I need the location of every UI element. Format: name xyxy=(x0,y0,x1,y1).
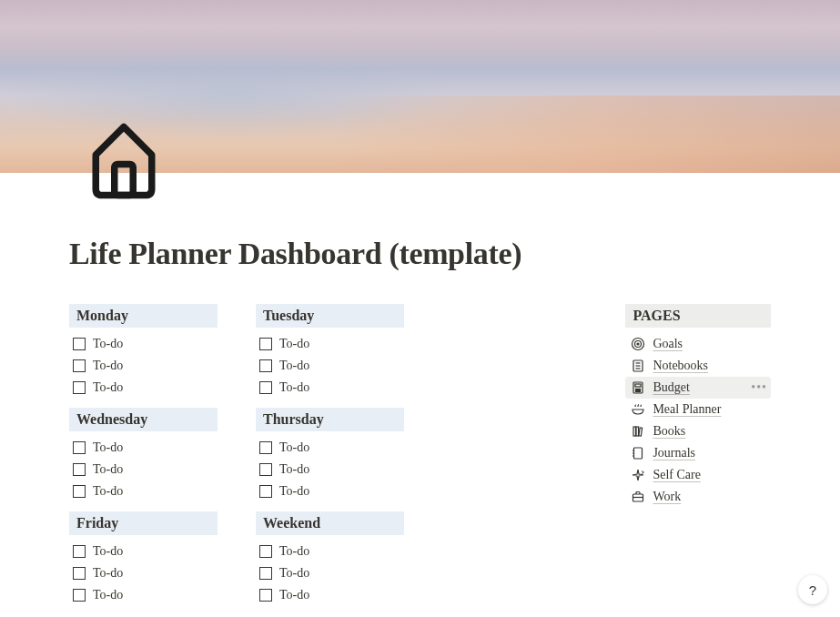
day-header[interactable]: Tuesday xyxy=(256,304,404,328)
page-link-budget[interactable]: Budget ••• xyxy=(625,377,771,399)
todo-label: To-do xyxy=(279,544,309,559)
day-header[interactable]: Wednesday xyxy=(69,408,218,431)
svg-rect-9 xyxy=(635,384,641,387)
checkbox-icon[interactable] xyxy=(259,338,272,350)
todo-label: To-do xyxy=(93,462,123,477)
checkbox-icon[interactable] xyxy=(73,359,86,372)
page-link-books[interactable]: Books xyxy=(625,420,771,442)
day-column-monday: Monday To-do To-do To-do xyxy=(69,304,218,399)
todo-label: To-do xyxy=(279,440,309,455)
svg-rect-18 xyxy=(639,428,643,436)
page-label: Budget xyxy=(653,380,689,395)
checkbox-icon[interactable] xyxy=(259,359,272,372)
checkbox-icon[interactable] xyxy=(259,381,272,394)
page-label: Work xyxy=(653,490,681,504)
todo-label: To-do xyxy=(279,484,309,499)
todo-label: To-do xyxy=(93,484,123,499)
day-column-tuesday: Tuesday To-do To-do To-do xyxy=(256,304,404,399)
page-link-notebooks[interactable]: Notebooks xyxy=(625,355,771,377)
checkbox-icon[interactable] xyxy=(259,485,272,498)
todo-label: To-do xyxy=(93,588,123,602)
todo-item[interactable]: To-do xyxy=(69,355,218,377)
bowl-icon xyxy=(631,402,645,417)
day-header[interactable]: Weekend xyxy=(256,511,404,535)
day-header[interactable]: Friday xyxy=(69,511,218,535)
page-label: Self Care xyxy=(653,468,700,482)
checkbox-icon[interactable] xyxy=(73,589,86,602)
help-label: ? xyxy=(809,582,816,598)
todo-item[interactable]: To-do xyxy=(256,377,404,399)
page-link-meal-planner[interactable]: Meal Planner xyxy=(625,399,771,420)
checkbox-icon[interactable] xyxy=(259,589,272,602)
day-header[interactable]: Thursday xyxy=(256,408,404,431)
page-home-icon[interactable] xyxy=(86,118,161,204)
todo-item[interactable]: To-do xyxy=(256,541,404,562)
todo-label: To-do xyxy=(279,588,309,602)
checkbox-icon[interactable] xyxy=(73,441,86,454)
todo-item[interactable]: To-do xyxy=(69,584,218,606)
todo-item[interactable]: To-do xyxy=(256,480,404,502)
todo-item[interactable]: To-do xyxy=(69,541,218,562)
todo-item[interactable]: To-do xyxy=(69,562,218,584)
pages-header[interactable]: PAGES xyxy=(625,304,771,328)
checkbox-icon[interactable] xyxy=(73,485,86,498)
notebook-icon xyxy=(631,359,645,373)
day-column-weekend: Weekend To-do To-do To-do xyxy=(256,511,404,606)
briefcase-icon xyxy=(631,490,645,504)
todo-label: To-do xyxy=(279,359,309,373)
more-icon[interactable]: ••• xyxy=(751,380,767,395)
page-link-self-care[interactable]: Self Care xyxy=(625,464,771,486)
svg-rect-16 xyxy=(633,427,636,436)
pages-column: PAGES Goals Notebooks Budget ••• Meal Pl… xyxy=(625,304,771,606)
checkbox-icon[interactable] xyxy=(73,381,86,394)
checkbox-icon[interactable] xyxy=(259,441,272,454)
page-link-journals[interactable]: Journals xyxy=(625,442,771,464)
todo-item[interactable]: To-do xyxy=(69,437,218,459)
day-column-friday: Friday To-do To-do To-do xyxy=(69,511,218,606)
svg-point-3 xyxy=(637,343,639,345)
day-column-wednesday: Wednesday To-do To-do To-do xyxy=(69,408,218,502)
todo-item[interactable]: To-do xyxy=(256,459,404,480)
target-icon xyxy=(631,337,645,351)
todo-item[interactable]: To-do xyxy=(69,377,218,399)
bookshelf-icon xyxy=(631,424,645,439)
page-label: Goals xyxy=(653,337,683,351)
svg-point-11 xyxy=(638,389,639,389)
page-link-work[interactable]: Work xyxy=(625,486,771,508)
checkbox-icon[interactable] xyxy=(259,463,272,476)
todo-label: To-do xyxy=(93,566,123,581)
checkbox-icon[interactable] xyxy=(73,463,86,476)
help-button[interactable]: ? xyxy=(798,575,827,604)
checkbox-icon[interactable] xyxy=(259,567,272,580)
svg-rect-0 xyxy=(115,164,134,195)
page-label: Books xyxy=(653,424,685,439)
page-label: Notebooks xyxy=(653,359,708,373)
checkbox-icon[interactable] xyxy=(73,545,86,558)
todo-item[interactable]: To-do xyxy=(256,584,404,606)
todo-label: To-do xyxy=(279,462,309,477)
todo-item[interactable]: To-do xyxy=(69,459,218,480)
svg-point-10 xyxy=(636,389,637,389)
todo-label: To-do xyxy=(279,380,309,395)
todo-label: To-do xyxy=(93,337,123,351)
todo-item[interactable]: To-do xyxy=(256,355,404,377)
checkbox-icon[interactable] xyxy=(73,567,86,580)
svg-point-15 xyxy=(640,390,641,391)
todo-item[interactable]: To-do xyxy=(69,333,218,355)
todo-item[interactable]: To-do xyxy=(256,333,404,355)
journal-icon xyxy=(631,446,645,460)
checkbox-icon[interactable] xyxy=(259,545,272,558)
todo-item[interactable]: To-do xyxy=(69,480,218,502)
page-link-goals[interactable]: Goals xyxy=(625,333,771,355)
todo-item[interactable]: To-do xyxy=(256,437,404,459)
day-header[interactable]: Monday xyxy=(69,304,218,328)
todo-label: To-do xyxy=(93,544,123,559)
svg-point-12 xyxy=(640,389,641,389)
page-title[interactable]: Life Planner Dashboard (template) xyxy=(69,237,771,271)
todo-label: To-do xyxy=(93,380,123,395)
day-column-thursday: Thursday To-do To-do To-do xyxy=(256,408,404,502)
todo-label: To-do xyxy=(279,337,309,351)
todo-item[interactable]: To-do xyxy=(256,562,404,584)
todo-label: To-do xyxy=(93,440,123,455)
checkbox-icon[interactable] xyxy=(73,338,86,350)
